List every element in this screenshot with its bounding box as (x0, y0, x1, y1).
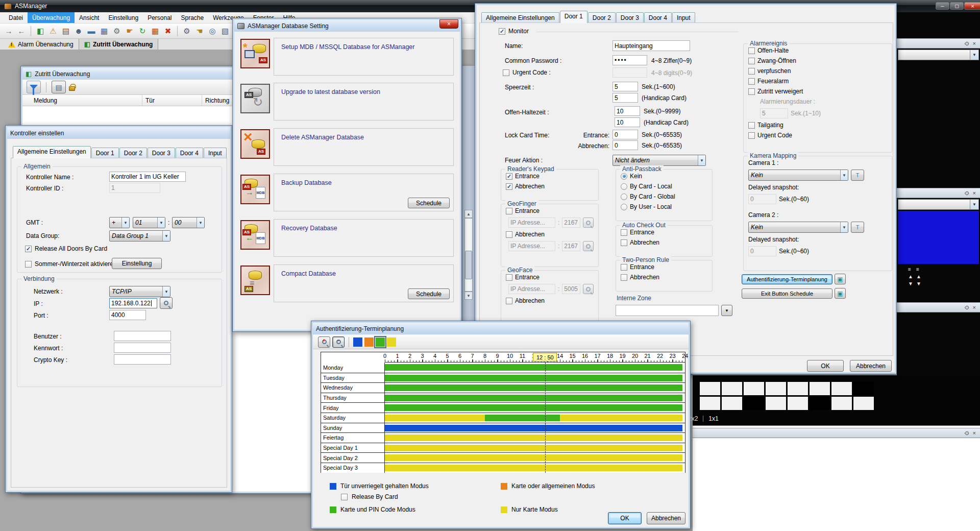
mode-door-released-swatch-button[interactable] (353, 337, 362, 347)
database-item-panel[interactable]: Setup MDB / MSSQL Database for ASManager (274, 38, 454, 76)
gmt-sign-select[interactable]: +▼ (109, 217, 130, 228)
monitor-checkbox[interactable] (499, 28, 505, 35)
database-item-panel[interactable]: Recovery Database (274, 219, 454, 257)
gmt-hour-select[interactable]: 01▼ (133, 217, 165, 228)
pin-icon[interactable] (964, 41, 969, 46)
menu-personal[interactable]: Personal (143, 12, 176, 23)
maximize-button[interactable]: ▢ (950, 2, 964, 10)
tailgating-checkbox[interactable] (748, 122, 755, 129)
schedule-row-bars[interactable] (385, 443, 685, 453)
scrollbar-thumb[interactable] (465, 251, 472, 279)
compact-db-icon[interactable]: ≡ AS (240, 266, 270, 295)
schedule-row-special-day-1[interactable]: Special Day 1 (321, 443, 685, 453)
hand-enroll-icon[interactable]: ☛ (124, 26, 135, 37)
schedule-row-tuesday[interactable]: Tuesday (321, 373, 685, 383)
zutritt-verweigert-checkbox[interactable] (748, 88, 755, 95)
database-item-panel[interactable]: Upgrade to latest database version (274, 83, 454, 120)
scroll-up-icon[interactable]: ▲ (464, 210, 473, 218)
geoface-search-button[interactable] (583, 284, 594, 294)
menu-sprache[interactable]: Sprache (177, 12, 209, 23)
radio-by-card-global[interactable] (621, 194, 627, 200)
scroll-up-icon[interactable]: ▲ (908, 274, 913, 279)
person-info-icon[interactable]: ☻ (73, 26, 84, 37)
acknowledge-button[interactable]: ▤ (52, 81, 66, 93)
filter-button[interactable] (27, 81, 41, 93)
readers-entrance-checkbox[interactable] (506, 173, 512, 180)
einstellung-button[interactable]: Einstellung (112, 258, 162, 269)
zoom-out-button[interactable]: − (332, 336, 345, 348)
camera-tile[interactable] (810, 397, 830, 410)
door-tab-allgemeine-einstellungen[interactable]: Allgemeine Einstellungen (481, 12, 559, 23)
geoface-abbrechen-checkbox[interactable] (506, 298, 512, 304)
scroll-down-icon[interactable]: ▼ (916, 281, 921, 286)
delete-db-icon[interactable]: × AS (240, 129, 270, 159)
geofinger-abbrechen-checkbox[interactable] (506, 231, 512, 238)
geofinger-search-button[interactable] (583, 241, 594, 251)
door-cancel-button[interactable]: Abbrechen (850, 360, 892, 372)
feueralarm-checkbox[interactable] (748, 78, 755, 85)
data-group-select[interactable]: Data Group 1▼ (109, 230, 170, 242)
kontroller-name-input[interactable]: Kontroller 1 im UG Keller (109, 172, 186, 182)
kontroller-tab-allgemeine-einstellungen[interactable]: Allgemeine Einstellungen (13, 146, 91, 158)
door-tab-door-2[interactable]: Door 2 (588, 12, 616, 23)
urgent-code-checkbox[interactable] (503, 69, 509, 76)
schedule-segment-card_pin[interactable] (385, 404, 682, 411)
door-monitor-icon[interactable]: ◧ (35, 26, 46, 37)
camera2-select[interactable]: Kein▼ (748, 222, 848, 233)
kontroller-tab-door-3[interactable]: Door 3 (148, 148, 175, 158)
dialog-close-button[interactable]: × (439, 19, 458, 29)
release-by-card-checkbox[interactable] (341, 494, 348, 500)
camera-tile[interactable] (744, 382, 764, 395)
schedule-row-bars[interactable] (385, 383, 685, 393)
hand-card-icon[interactable]: ☚ (194, 26, 205, 37)
auth-terminplanung-icon-button[interactable]: ▣ (835, 274, 846, 284)
offen-handicap-input[interactable]: 10 (615, 117, 640, 127)
door-name-input[interactable]: Haupteingang (612, 40, 690, 51)
camera-tile[interactable] (766, 382, 786, 395)
kontroller-tab-door-2[interactable]: Door 2 (119, 148, 147, 158)
radio-by-user-local[interactable] (621, 204, 627, 210)
scroll-up-icon[interactable]: ▲ (916, 274, 921, 279)
schedule-segment-card_only[interactable] (385, 415, 485, 421)
crypto-key-input[interactable] (114, 354, 171, 365)
schedule-segment-card_pin[interactable] (385, 375, 682, 381)
camera-tile[interactable] (722, 382, 742, 395)
gmt-minute-select[interactable]: 00▼ (172, 217, 205, 228)
database-title-bar[interactable]: ASManager Database Setting (234, 20, 460, 32)
menu-icon[interactable]: ≡ (908, 267, 913, 272)
camera-tile[interactable] (810, 382, 830, 395)
door-ok-button[interactable]: OK (807, 360, 844, 372)
schedule-grid[interactable]: 0123456789101112131415161718192021222324… (321, 352, 685, 473)
schedule-title-bar[interactable]: Authentifizierung-Terminplanung (313, 323, 689, 334)
geoface-entrance-checkbox[interactable] (506, 274, 512, 281)
close-icon[interactable]: × (973, 41, 976, 46)
geofinger-entrance-checkbox[interactable] (506, 208, 512, 214)
kontroller-tab-door-4[interactable]: Door 4 (176, 148, 203, 158)
schedule-row-bars[interactable] (385, 423, 685, 433)
camera1-select[interactable]: Kein▼ (748, 170, 848, 181)
menu-icon[interactable]: ≡ (916, 267, 921, 272)
chevron-down-icon[interactable]: ▼ (970, 200, 978, 209)
urgent-code-checkbox[interactable] (748, 132, 755, 139)
schedule-row-special-day-3[interactable]: Special Day 3 (321, 463, 685, 473)
readers-abbrechen-checkbox[interactable] (506, 183, 512, 190)
database-item-panel[interactable]: Delete ASManager Database (274, 128, 454, 166)
report-icon[interactable]: ▤ (60, 26, 71, 37)
card-delete-icon[interactable]: ✖ (162, 26, 174, 37)
door-exit-icon[interactable]: → (3, 26, 14, 37)
schedule-row-bars[interactable] (385, 433, 685, 443)
door-tab-input[interactable]: Input (672, 12, 695, 23)
column-header-tuer[interactable]: Tür (142, 95, 202, 106)
door-tab-door-1[interactable]: Door 1 (560, 11, 587, 23)
database-item-panel[interactable]: Backup Database Schedule (274, 174, 454, 211)
close-icon[interactable]: × (973, 430, 976, 436)
kontroller-tab-door-1[interactable]: Door 1 (91, 148, 119, 158)
offen-input[interactable]: 10 (615, 106, 640, 116)
autocheckout-entrance-checkbox[interactable] (621, 229, 627, 236)
close-icon[interactable]: × (973, 305, 976, 310)
twoperson-entrance-checkbox[interactable] (621, 264, 627, 271)
card-copy-icon[interactable]: ▦ (99, 26, 110, 37)
mode-card-pin-swatch-button[interactable] (376, 337, 385, 347)
schedule-segment-card_only[interactable] (385, 465, 682, 471)
auth-terminplanung-button[interactable]: Authentifizierung-Terminplanung (742, 274, 832, 284)
